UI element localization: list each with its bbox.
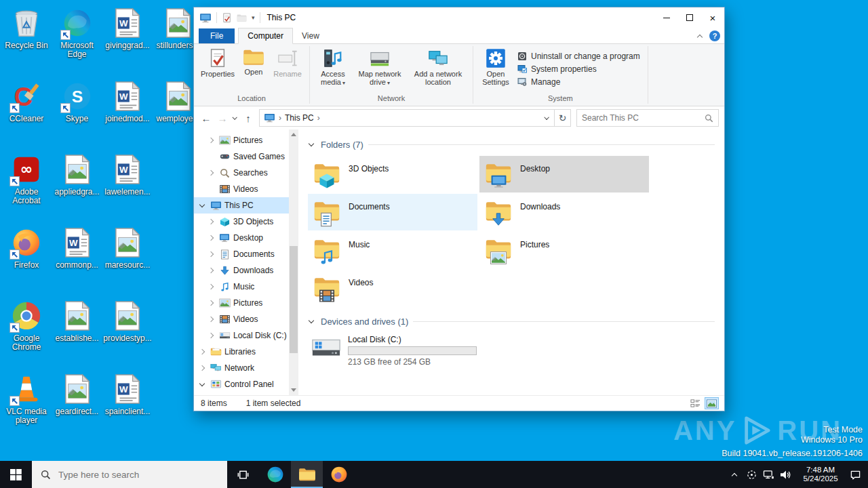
desktop-icon-commonp[interactable]: commonp... [52,227,103,270]
nav-item-pictures-pc[interactable]: Pictures [194,295,298,311]
nav-item-videos-pc[interactable]: Videos [194,311,298,327]
search-box[interactable] [576,109,719,127]
thumbnails-view-button[interactable] [705,397,719,409]
taskbar-search[interactable] [32,461,227,488]
chevron-right-icon[interactable] [208,331,216,340]
action-center-icon[interactable] [847,461,864,488]
recent-locations-icon[interactable] [231,110,240,126]
nav-item-videos[interactable]: Videos [194,181,298,197]
desktop-icon-skype[interactable]: Skype [52,81,103,123]
taskbar-clock[interactable]: 7:48 AM 5/24/2025 [799,466,842,484]
desktop-icon-lawelemen[interactable]: lawelemen... [102,154,153,197]
qat-customize-icon[interactable]: ▾ [252,14,255,21]
desktop-icon-spainclient[interactable]: spainclient... [102,373,153,416]
manage-button[interactable]: Manage [517,77,640,87]
access-media-button[interactable]: Access media▾ [313,47,353,89]
chevron-right-icon[interactable] [208,315,216,323]
collapse-section-icon[interactable] [308,140,316,148]
folder-tile-desktop[interactable]: Desktop [479,156,649,192]
up-button[interactable]: ↑ [240,110,256,126]
chevron-right-icon[interactable] [199,364,207,372]
desktop-icon-microsoft-edge[interactable]: Microsoft Edge [52,7,103,59]
nav-item-this-pc[interactable]: This PC [194,197,298,214]
taskbar-firefox-button[interactable] [323,461,355,488]
start-button[interactable] [0,461,32,488]
desktop-icon-joinedmod[interactable]: joinedmod... [102,81,153,123]
uninstall-program-button[interactable]: Uninstall or change a program [517,52,640,61]
desktop-icon-firefox[interactable]: Firefox [1,227,52,270]
tab-computer[interactable]: Computer [238,28,293,44]
forward-button[interactable]: → [214,110,231,126]
open-button[interactable]: Open [238,47,269,77]
tray-network-icon[interactable] [760,461,777,488]
folder-tile-documents[interactable]: Documents [308,194,477,230]
folder-tile-pictures[interactable]: Pictures [479,232,649,268]
nav-item-desktop[interactable]: Desktop [194,230,298,246]
scroll-down-icon[interactable] [289,385,298,395]
chevron-right-icon[interactable] [208,169,216,177]
chevron-right-icon[interactable] [208,250,216,258]
chevron-right-icon[interactable] [208,283,216,291]
folder-tile-downloads[interactable]: Downloads [479,194,649,230]
map-network-drive-button[interactable]: Map network drive▾ [353,47,407,89]
task-view-button[interactable] [227,461,259,488]
properties-button[interactable]: Properties [197,47,238,79]
nav-item-pictures[interactable]: Pictures [194,132,298,148]
back-button[interactable]: ← [198,110,214,126]
drive-tile-local-disk-c[interactable]: Local Disk (C:) 213 GB free of 254 GB [308,333,484,367]
nav-item-downloads[interactable]: Downloads [194,262,298,279]
minimize-ribbon-icon[interactable] [697,33,703,39]
collapse-section-icon[interactable] [308,317,316,325]
taskbar-search-input[interactable] [58,470,218,480]
desktop-icon-adobe-acrobat[interactable]: Adobe Acrobat [1,154,52,205]
add-network-location-button[interactable]: Add a network location [407,47,469,87]
tab-file[interactable]: File [199,28,235,43]
desktop-icon-establishe[interactable]: establishe... [52,300,103,343]
nav-item-music[interactable]: Music [194,279,298,295]
chevron-right-icon[interactable] [208,266,216,274]
desktop-icon-geardirect[interactable]: geardirect... [52,373,103,416]
maximize-button[interactable] [678,7,701,28]
folder-tile-3d-objects[interactable]: 3D Objects [308,156,477,192]
help-button[interactable]: ? [709,30,720,41]
tray-volume-icon[interactable] [777,461,794,488]
desktop-icon-providestyp[interactable]: providestyp... [102,300,153,343]
desktop-icon-appliedgra[interactable]: appliedgra... [52,154,103,197]
refresh-button[interactable]: ↻ [554,110,570,126]
desktop-icon-givinggrad[interactable]: givinggrad... [102,7,153,50]
breadcrumb-this-pc[interactable]: This PC [285,113,314,123]
desktop-icon-ccleaner[interactable]: CCleaner [1,81,52,123]
tray-show-hidden-icons[interactable] [726,461,743,488]
qat-properties-icon[interactable] [222,13,232,23]
tray-app-icon[interactable] [743,461,760,488]
details-view-button[interactable] [688,397,703,409]
scrollbar-thumb[interactable] [290,246,298,353]
desktop-icon-recycle-bin[interactable]: Recycle Bin [1,7,52,50]
folder-tile-videos[interactable]: Videos [308,270,477,306]
chevron-right-icon[interactable] [208,299,216,307]
nav-item-control-panel[interactable]: Control Panel [194,376,298,392]
taskbar-file-explorer-button[interactable] [291,461,323,488]
chevron-down-icon[interactable] [199,201,207,209]
address-dropdown-icon[interactable] [540,110,554,126]
title-bar[interactable]: ▾ This PC × [194,7,724,28]
qat-new-folder-icon[interactable] [237,14,247,22]
taskbar-edge-button[interactable] [259,461,291,488]
breadcrumb[interactable]: › This PC › ↻ [259,109,571,127]
scroll-up-icon[interactable] [289,129,298,140]
desktop-icon-maresourc[interactable]: maresourc... [102,227,153,270]
chevron-right-icon[interactable] [208,218,216,226]
nav-item-3d-objects[interactable]: 3D Objects [194,214,298,230]
desktop-icon-google-chrome[interactable]: Google Chrome [1,300,52,352]
chevron-right-icon[interactable] [208,136,216,144]
rename-button[interactable]: Rename [269,47,306,79]
breadcrumb-chevron[interactable]: › [279,113,281,123]
nav-scrollbar[interactable] [289,129,298,395]
breadcrumb-chevron[interactable]: › [317,113,320,123]
desktop-icon-vlc[interactable]: VLC media player [1,373,52,425]
nav-item-saved-games[interactable]: Saved Games [194,148,298,165]
minimize-button[interactable] [655,7,678,28]
open-settings-button[interactable]: Open Settings [477,47,515,87]
folders-section-header[interactable]: Folders (7) [308,138,715,151]
chevron-down-icon[interactable] [199,380,207,388]
